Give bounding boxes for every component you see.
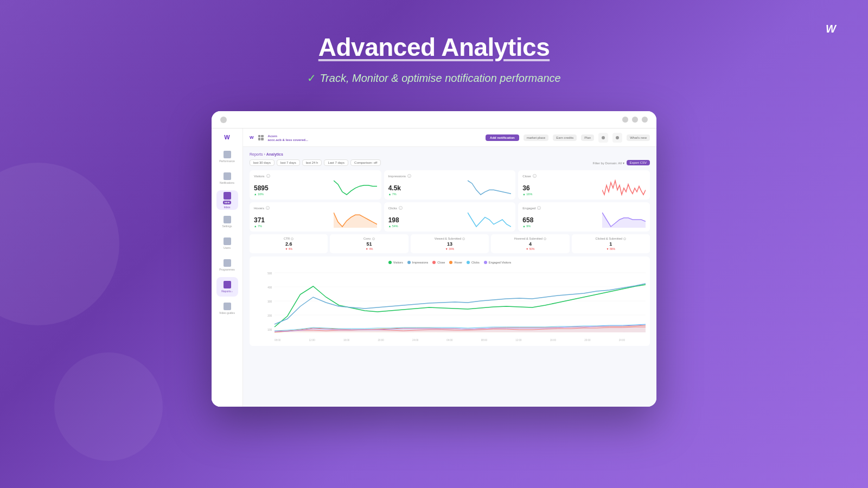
sidebar-item-video-guides[interactable]: Video guides bbox=[216, 299, 238, 318]
metric-values-engaged: 658 ▲ 9% bbox=[522, 216, 533, 228]
grid-dot-4 bbox=[261, 138, 264, 140]
filter-chip-30days[interactable]: last 30 days bbox=[250, 159, 275, 166]
filter-chip-24h[interactable]: last 24 h bbox=[302, 159, 322, 166]
svg-text:200: 200 bbox=[267, 314, 272, 317]
metric-change-impressions: ▲ 7% bbox=[388, 192, 401, 196]
stat-title: Clicked & Submitted i bbox=[576, 237, 646, 240]
earn-credits-button[interactable]: Earn credits bbox=[553, 134, 577, 141]
nav-grid-icon bbox=[258, 135, 264, 140]
plan-button[interactable]: Plan bbox=[581, 134, 594, 141]
stat-title: CTR i bbox=[253, 237, 324, 240]
metric-value-visitors: 5895 bbox=[254, 184, 269, 192]
search-icon bbox=[602, 136, 605, 139]
metric-content-hovers: 371 ▲ 7% bbox=[254, 211, 377, 228]
metric-values-impressions: 4.5k ▲ 7% bbox=[388, 184, 401, 196]
filter-chip-7days[interactable]: last 7 days bbox=[277, 159, 300, 166]
metric-card-close: Close i 36 ▲ 16% bbox=[518, 170, 650, 200]
metric-value-impressions: 4.5k bbox=[388, 184, 401, 192]
legend-label: Close bbox=[437, 261, 445, 264]
legend-label: Engaged Visitors bbox=[489, 261, 511, 264]
sidebar-label-performance: Performance bbox=[219, 159, 235, 163]
stat-title: Viewed & Submitted i bbox=[414, 237, 485, 240]
stat-value: 51 bbox=[334, 241, 404, 247]
metric-value-engaged: 658 bbox=[522, 216, 533, 224]
metric-card-impressions: Impressions i 4.5k ▲ 7% bbox=[384, 170, 516, 200]
add-notification-button[interactable]: Add notification bbox=[486, 134, 519, 141]
legend-item-impressions: Impressions bbox=[407, 261, 429, 264]
stat-value: 13 bbox=[414, 241, 485, 247]
sidebar-item-settings[interactable]: Settings bbox=[216, 212, 238, 232]
sidebar: W Performance Notifications NEW Inbox Se… bbox=[212, 129, 243, 407]
svg-text:500: 500 bbox=[267, 272, 272, 275]
metric-header-engaged: Engaged i bbox=[522, 206, 646, 210]
reports-icon bbox=[224, 281, 231, 288]
mini-chart-impressions bbox=[468, 179, 511, 196]
metric-header-visitors: Visitors i bbox=[254, 174, 377, 178]
stats-row: CTR i 2.6 ▼ 4% Conv. i 51 ▼ 4% Viewed & … bbox=[250, 234, 650, 253]
grid-dot-3 bbox=[258, 138, 261, 140]
stat-value: 1 bbox=[576, 241, 646, 247]
users-icon bbox=[224, 237, 231, 245]
svg-marker-1 bbox=[602, 213, 646, 228]
sidebar-item-inbox[interactable]: NEW Inbox bbox=[216, 190, 238, 210]
sidebar-label-notifications: Notifications bbox=[220, 181, 234, 184]
legend-dot bbox=[467, 261, 470, 264]
legend-item-close: Close bbox=[432, 261, 445, 264]
metric-change-close: ▲ 16% bbox=[522, 192, 532, 196]
sidebar-item-notifications[interactable]: Notifications bbox=[216, 169, 238, 188]
legend-dot bbox=[407, 261, 411, 264]
inbox-badge: NEW bbox=[223, 201, 231, 204]
programmes-icon bbox=[224, 259, 231, 267]
stat-info-icon: i bbox=[372, 237, 375, 240]
notifications-icon bbox=[224, 172, 231, 180]
settings-icon bbox=[224, 216, 231, 223]
stat-change: ▼ 50% bbox=[495, 247, 565, 251]
filter-chip-7days-2[interactable]: Last 7 days bbox=[324, 159, 348, 166]
filter-chip-comparison[interactable]: Comparison: off bbox=[350, 159, 381, 166]
app-container: W Performance Notifications NEW Inbox Se… bbox=[212, 129, 656, 407]
sidebar-item-programmes[interactable]: Programmes bbox=[216, 255, 238, 275]
grid-dot-2 bbox=[261, 135, 264, 138]
mini-chart-engaged bbox=[602, 211, 646, 228]
metric-card-engaged: Engaged i 658 ▲ 9% bbox=[518, 202, 650, 232]
sidebar-item-reports[interactable]: Reports › bbox=[216, 277, 238, 297]
search-button[interactable] bbox=[598, 133, 608, 143]
metric-values-close: 36 ▲ 16% bbox=[522, 184, 532, 196]
legend-label: Clicks bbox=[471, 261, 480, 264]
svg-text:400: 400 bbox=[267, 286, 272, 289]
main-chart-area: Visitors Impressions Close Hover Clicks … bbox=[250, 256, 650, 346]
notification-bell-button[interactable] bbox=[612, 133, 622, 143]
metric-header-close: Close i bbox=[522, 174, 646, 178]
metric-title-close: Close bbox=[522, 175, 531, 178]
whats-new-button[interactable]: What's new bbox=[627, 134, 650, 141]
metric-info-icon: i bbox=[399, 206, 403, 210]
metric-content-close: 36 ▲ 16% bbox=[522, 179, 646, 196]
sidebar-label-users: Users bbox=[224, 246, 231, 249]
export-csv-button[interactable]: Export CSV bbox=[627, 160, 650, 165]
sidebar-item-performance[interactable]: Performance bbox=[216, 147, 238, 166]
chrome-dot-left bbox=[220, 117, 227, 123]
metric-info-icon: i bbox=[266, 206, 270, 210]
stat-value: 2.6 bbox=[253, 241, 324, 247]
svg-text:300: 300 bbox=[267, 300, 272, 303]
metric-info-icon: i bbox=[407, 174, 411, 178]
filter-bar: last 30 days last 7 days last 24 h Last … bbox=[250, 159, 650, 166]
sidebar-label-settings: Settings bbox=[222, 224, 232, 228]
stat-card-clicked-&-submitted: Clicked & Submitted i 1 ▼ 86% bbox=[572, 234, 650, 253]
stat-change: ▼ 4% bbox=[253, 247, 324, 251]
stat-title: Hovered & Submitted i bbox=[495, 237, 565, 240]
metric-content-impressions: 4.5k ▲ 7% bbox=[388, 179, 512, 196]
header-section: Advanced Analytics ✓Track, Monitor & opt… bbox=[0, 0, 868, 85]
mini-chart-close bbox=[602, 179, 646, 196]
metric-title-clicks: Clicks bbox=[388, 207, 397, 210]
check-icon: ✓ bbox=[307, 72, 316, 84]
grid-dot-1 bbox=[258, 135, 261, 138]
sidebar-item-users[interactable]: Users bbox=[216, 234, 238, 253]
metric-content-clicks: 198 ▲ 54% bbox=[388, 211, 512, 228]
market-place-button[interactable]: market place bbox=[524, 134, 548, 141]
metric-header-impressions: Impressions i bbox=[388, 174, 512, 178]
legend-dot bbox=[388, 261, 392, 264]
stat-card-hovered-&-submitted: Hovered & Submitted i 4 ▼ 50% bbox=[491, 234, 569, 253]
stat-info-icon: i bbox=[462, 237, 465, 240]
sidebar-label-video-guides: Video guides bbox=[219, 311, 235, 314]
